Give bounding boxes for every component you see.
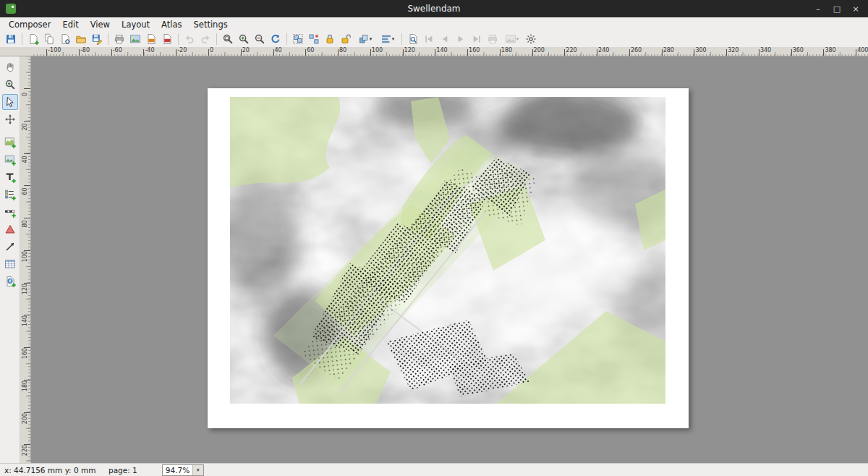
ruler-tick (759, 49, 760, 56)
add-new-scalebar-button[interactable] (2, 204, 18, 220)
menu-layout[interactable]: Layout (116, 18, 156, 31)
add-html-icon (4, 276, 16, 287)
ruler-label: 200 (22, 411, 28, 425)
zoom-full-button[interactable] (220, 31, 236, 47)
raise-selected-items-button[interactable]: ▾ (354, 31, 376, 47)
lock-selected-items-button[interactable] (322, 31, 338, 47)
ruler-tick (338, 49, 339, 56)
ruler-tick (500, 49, 501, 56)
add-basic-shape-button[interactable] (2, 221, 18, 237)
ruler-label: 160 (469, 47, 480, 54)
ruler-label: 220 (22, 443, 28, 458)
atlas-last-feature-button[interactable] (469, 31, 485, 47)
first-icon (423, 33, 435, 45)
menu-edit[interactable]: Edit (56, 18, 84, 31)
unlock-all-items-button[interactable] (338, 31, 354, 47)
status-bar: x: 44.7156 mm y: 0 mm page: 1 94.7% ▾ (0, 463, 868, 476)
qgis-composer-window: Swellendam –□× ComposerEditViewLayoutAtl… (0, 0, 868, 476)
add-image-button[interactable] (2, 152, 18, 168)
minimize-button[interactable]: – (809, 0, 827, 17)
ruler-tick (143, 49, 144, 56)
ruler-label: 240 (598, 47, 609, 54)
atlas-previous-feature-button[interactable] (437, 31, 453, 47)
chevron-down-icon[interactable]: ▾ (192, 465, 203, 475)
ungroup-items-button[interactable] (306, 31, 322, 47)
export-as-pdf-button[interactable] (159, 31, 175, 47)
add-arrow-button[interactable] (2, 239, 18, 255)
ruler-tick (435, 49, 435, 56)
ruler-label: 180 (501, 47, 512, 54)
zoom-full-icon (222, 33, 234, 45)
raise-icon (358, 33, 370, 45)
menu-settings[interactable]: Settings (188, 18, 234, 31)
ruler-label: 340 (760, 47, 771, 54)
pan-button[interactable] (2, 59, 18, 75)
layout-page[interactable] (208, 88, 689, 428)
toolbar-separator (286, 33, 287, 45)
add-attribute-table-button[interactable] (2, 256, 18, 272)
ruler-label: 140 (436, 47, 447, 54)
export-as-image-button[interactable] (127, 31, 143, 47)
save-as-template-button[interactable] (89, 31, 105, 47)
add-new-map-button[interactable] (2, 135, 18, 150)
ruler-tick (403, 49, 404, 56)
refresh-view-button[interactable] (268, 31, 284, 47)
atlas-settings-button[interactable] (523, 31, 539, 47)
menu-view[interactable]: View (85, 18, 116, 31)
export-image-icon (129, 33, 141, 45)
ruler-tick (111, 49, 112, 56)
add-new-label-button[interactable] (2, 169, 18, 185)
zoom-combobox[interactable]: 94.7% ▾ (162, 464, 204, 476)
group-icon (292, 33, 304, 45)
ruler-label: 220 (566, 47, 576, 54)
toolbar-separator (216, 33, 217, 45)
close-button[interactable]: × (846, 0, 865, 17)
add-shape-icon (4, 224, 16, 235)
export-as-svg-button[interactable] (143, 31, 159, 47)
maximize-button[interactable]: □ (827, 0, 846, 17)
print-button[interactable] (111, 31, 127, 47)
horizontal-ruler[interactable]: -100-80-60-40-20020406080100120140160180… (31, 47, 868, 56)
menu-composer[interactable]: Composer (3, 18, 56, 31)
move-item-content-button[interactable] (2, 111, 18, 127)
vertical-ruler[interactable]: 020406080100120140160180200220 (20, 56, 31, 463)
chevron-down-icon: ▾ (392, 36, 395, 42)
map-item[interactable] (230, 97, 665, 404)
group-items-button[interactable] (290, 31, 306, 47)
toolbar-separator (108, 33, 109, 45)
atlas-preview-button[interactable] (405, 31, 421, 47)
prev-icon (439, 33, 451, 45)
item-toolbar (0, 56, 20, 463)
main-toolbar: ▾▾▾ (0, 31, 868, 47)
duplicate-composer-button[interactable] (41, 31, 57, 47)
print-atlas-button[interactable] (485, 31, 501, 47)
add-arrow-icon (4, 241, 16, 252)
move-content-icon (4, 114, 16, 125)
ruler-tick (370, 49, 371, 56)
toolbar-separator (401, 33, 402, 45)
export-atlas-button[interactable]: ▾ (501, 31, 523, 47)
align-items-button[interactable]: ▾ (376, 31, 399, 47)
add-html-frame-button[interactable] (2, 273, 18, 289)
atlas-first-feature-button[interactable] (421, 31, 437, 47)
save-project-button[interactable] (3, 31, 19, 47)
ruler-label: 300 (695, 47, 706, 54)
zoom-out-button[interactable] (252, 31, 268, 47)
atlas-next-feature-button[interactable] (453, 31, 469, 47)
menu-atlas[interactable]: Atlas (156, 18, 187, 31)
zoom-in-icon (238, 33, 250, 45)
select-move-item-button[interactable] (2, 94, 18, 110)
zoom-button[interactable] (2, 77, 18, 93)
undo-button[interactable] (182, 31, 197, 47)
composer-manager-button[interactable] (57, 31, 73, 47)
ruler-tick (46, 49, 47, 56)
layout-canvas[interactable] (31, 56, 868, 463)
ruler-tick (791, 49, 792, 56)
load-from-template-button[interactable] (73, 31, 89, 47)
add-new-legend-button[interactable] (2, 187, 18, 203)
redo-button[interactable] (197, 31, 213, 47)
zoom-in-button[interactable] (236, 31, 252, 47)
ruler-tick (823, 49, 824, 56)
new-composer-button[interactable] (25, 31, 41, 47)
ruler-tick (79, 49, 80, 56)
